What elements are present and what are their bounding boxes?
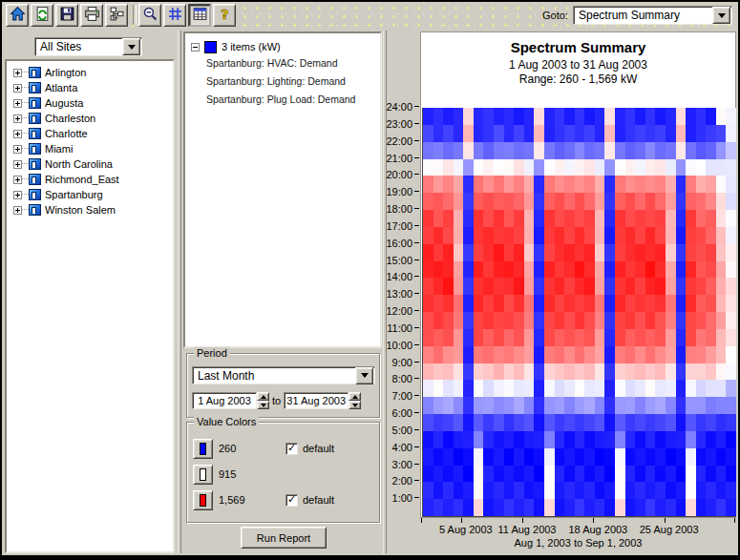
tree-connector xyxy=(22,87,29,89)
heatmap-cell xyxy=(514,397,524,414)
end-date-up-button[interactable] xyxy=(349,392,361,401)
heatmap-cell xyxy=(584,210,595,227)
sidebar-item-charleston[interactable]: Charleston xyxy=(7,111,173,126)
expand-icon[interactable] xyxy=(13,206,22,215)
site-filter-combobox[interactable]: All Sites xyxy=(34,37,142,56)
expand-icon[interactable] xyxy=(13,84,22,93)
end-date-down-button[interactable] xyxy=(349,401,361,409)
report-item[interactable]: Spartanburg: Lighting: Demand xyxy=(206,73,380,91)
heatmap-cell xyxy=(706,193,716,210)
sidebar-item-augusta[interactable]: Augusta xyxy=(7,95,173,111)
heatmap-cell xyxy=(706,278,716,295)
heatmap-cell xyxy=(494,466,504,483)
sidebar-item-richmond-east[interactable]: Richmond_East xyxy=(7,172,173,187)
table-button[interactable] xyxy=(188,4,211,27)
heatmap-cell xyxy=(443,482,454,499)
home-button[interactable] xyxy=(6,4,29,27)
start-date-up-button[interactable] xyxy=(257,392,269,401)
sidebar-item-atlanta[interactable]: Atlanta xyxy=(7,80,173,95)
start-date-down-button[interactable] xyxy=(257,401,269,409)
chevron-down-icon[interactable] xyxy=(122,38,140,55)
heatmap-cell xyxy=(696,278,707,295)
heatmap-cell xyxy=(726,482,736,499)
heatmap-cell xyxy=(726,448,736,466)
default-checkbox[interactable]: ✓ xyxy=(285,443,298,455)
heatmap-cell xyxy=(584,363,595,381)
hierarchy-button[interactable] xyxy=(105,4,128,27)
heatmap-cell xyxy=(635,244,645,261)
heatmap-cell xyxy=(696,244,707,261)
sidebar-item-arlington[interactable]: Arlington xyxy=(7,65,173,80)
expand-icon[interactable] xyxy=(13,69,22,77)
color-swatch-button[interactable] xyxy=(193,490,213,510)
collapse-icon[interactable] xyxy=(191,43,200,52)
site-label: Winston Salem xyxy=(45,204,116,216)
heatmap-cell xyxy=(625,397,636,414)
expand-icon[interactable] xyxy=(13,160,22,169)
heatmap-cell xyxy=(726,125,736,142)
heatmap-cell xyxy=(555,125,565,142)
heatmap-cell xyxy=(534,261,544,279)
items-header-row[interactable]: 3 items (kW) xyxy=(191,39,380,54)
y-tick-mark xyxy=(414,497,419,498)
heatmap-cell xyxy=(686,261,696,279)
heatmap-cell xyxy=(474,448,484,466)
heatmap-cell xyxy=(443,193,454,210)
expand-icon[interactable] xyxy=(13,99,22,108)
heatmap-cell xyxy=(676,142,687,159)
period-preset-combobox[interactable]: Last Month xyxy=(192,366,375,384)
heatmap-cell xyxy=(564,346,575,363)
sidebar-item-miami[interactable]: Miami xyxy=(7,141,173,156)
zoom-out-button[interactable] xyxy=(138,4,161,27)
y-tick-mark xyxy=(414,293,419,294)
print-button[interactable] xyxy=(80,4,103,27)
default-checkbox[interactable]: ✓ xyxy=(285,494,298,507)
heatmap-cell xyxy=(615,244,625,261)
sidebar-item-spartanburg[interactable]: Spartanburg xyxy=(7,187,173,202)
sidebar-item-winston-salem[interactable]: Winston Salem xyxy=(7,202,173,218)
heatmap-cell xyxy=(564,193,575,210)
expand-icon[interactable] xyxy=(13,114,22,123)
sidebar-item-charlotte[interactable]: Charlotte xyxy=(7,126,173,141)
run-report-button[interactable]: Run Report xyxy=(241,527,327,549)
start-date-field[interactable]: 1 Aug 2003 xyxy=(192,392,257,409)
heatmap-cell xyxy=(676,397,687,414)
chevron-down-icon[interactable] xyxy=(712,7,730,24)
heatmap-cell xyxy=(666,448,676,466)
sidebar-item-north-carolina[interactable]: North Carolina xyxy=(7,156,173,172)
save-button[interactable] xyxy=(55,4,78,27)
heatmap-cell xyxy=(645,278,656,295)
expand-icon[interactable] xyxy=(13,176,22,184)
heatmap-cell xyxy=(666,244,676,261)
heatmap-cell xyxy=(524,499,535,516)
heatmap-cell xyxy=(645,431,656,448)
chevron-down-icon[interactable] xyxy=(355,367,373,384)
expand-icon[interactable] xyxy=(13,191,22,199)
report-item[interactable]: Spartanburg: HVAC: Demand xyxy=(206,54,380,73)
heatmap-cell xyxy=(433,329,444,346)
heatmap-cell xyxy=(504,295,515,312)
heatmap-cell xyxy=(423,466,433,483)
heatmap-cell xyxy=(433,499,444,516)
end-date-field[interactable]: 31 Aug 2003 xyxy=(284,392,349,409)
heatmap-cell xyxy=(463,142,474,159)
help-button[interactable]: ? xyxy=(213,4,236,27)
heatmap-cell xyxy=(595,227,605,244)
heatmap-cell xyxy=(564,227,575,244)
grid-button[interactable] xyxy=(163,4,186,27)
heatmap-cell xyxy=(645,142,656,159)
heatmap-cell xyxy=(635,414,645,431)
expand-icon[interactable] xyxy=(13,145,22,154)
goto-combobox[interactable]: Spectrum Summary xyxy=(573,6,732,25)
report-item[interactable]: Spartanburg: Plug Load: Demand xyxy=(206,91,380,109)
heatmap-cell xyxy=(514,329,524,346)
heatmap-cell xyxy=(564,312,575,329)
heatmap-cell xyxy=(595,499,605,516)
refresh-button[interactable] xyxy=(31,4,53,27)
color-swatch-button[interactable] xyxy=(193,465,213,485)
heatmap-cell xyxy=(514,499,524,516)
heatmap-cell xyxy=(454,108,464,125)
color-swatch-button[interactable] xyxy=(193,439,213,459)
heatmap-cell xyxy=(655,466,666,483)
expand-icon[interactable] xyxy=(13,130,22,138)
